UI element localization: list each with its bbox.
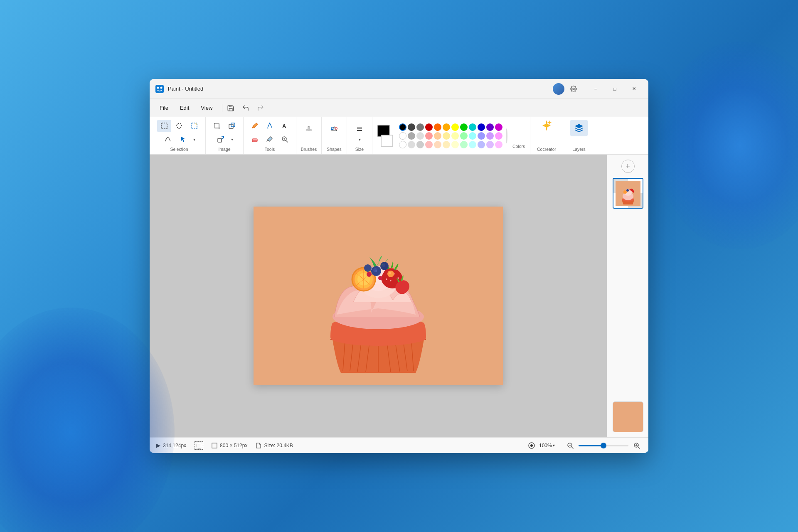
- swatch-gray[interactable]: [416, 123, 424, 131]
- minimize-button[interactable]: −: [586, 82, 605, 96]
- swatch-teal[interactable]: [469, 123, 476, 131]
- svg-point-1: [157, 86, 159, 89]
- main-window: Paint - Untitled − □ ✕ File Edit View: [150, 79, 648, 453]
- rectangle-select-button[interactable]: [157, 120, 171, 132]
- swatch-amber[interactable]: [443, 123, 450, 131]
- crop-button[interactable]: [210, 120, 224, 132]
- color-boxes: [377, 125, 393, 147]
- menu-view[interactable]: View: [196, 103, 217, 113]
- zoom-controls: 100% ▾: [527, 441, 642, 451]
- canvas-area[interactable]: [150, 155, 607, 437]
- swatch-darkgray[interactable]: [408, 123, 415, 131]
- menu-edit[interactable]: Edit: [175, 103, 194, 113]
- swatch-lightyellow[interactable]: [443, 132, 450, 140]
- zoom-in-button[interactable]: [632, 441, 642, 451]
- rotate-button[interactable]: [214, 133, 228, 145]
- swatch-lg2[interactable]: [408, 141, 415, 148]
- canvas-background-color[interactable]: [613, 401, 643, 432]
- swatch-blue[interactable]: [478, 123, 485, 131]
- pencil-button[interactable]: [248, 120, 262, 132]
- swatch-o3[interactable]: [434, 141, 441, 148]
- zoom-button[interactable]: [278, 133, 292, 145]
- swatch-lg3[interactable]: [416, 141, 424, 148]
- swatch-magenta[interactable]: [495, 123, 502, 131]
- selection-indicator: ⬚: [195, 441, 203, 450]
- swatch-green[interactable]: [460, 123, 468, 131]
- resize-button[interactable]: [225, 120, 239, 132]
- image-select-button[interactable]: [187, 120, 201, 132]
- swatch-silver[interactable]: [416, 132, 424, 140]
- svg-rect-4: [161, 123, 167, 129]
- swatch-b3[interactable]: [478, 141, 485, 148]
- swatch-yellow[interactable]: [451, 123, 459, 131]
- zoom-slider[interactable]: [579, 445, 628, 446]
- layer-preview-1: [613, 179, 643, 208]
- swatch-darkred[interactable]: [425, 123, 433, 131]
- image-group: ▾ Image: [206, 117, 244, 154]
- swatch-lightgreen[interactable]: [460, 132, 468, 140]
- brushes-label: Brushes: [301, 147, 317, 152]
- size-button[interactable]: [351, 120, 368, 138]
- swatch-lightcyan[interactable]: [469, 132, 476, 140]
- eraser-button[interactable]: [248, 133, 262, 145]
- background-color-box[interactable]: [381, 135, 393, 147]
- shapes-button[interactable]: [326, 120, 342, 138]
- close-button[interactable]: ✕: [624, 82, 643, 96]
- fill-button[interactable]: [263, 120, 277, 132]
- swatch-m3[interactable]: [495, 141, 502, 148]
- titlebar: Paint - Untitled − □ ✕: [150, 79, 648, 99]
- redo-button[interactable]: [254, 101, 267, 115]
- dimensions-text: 800 × 512px: [220, 443, 247, 448]
- tools-group: A Tools: [244, 117, 296, 154]
- shapes-label: Shapes: [327, 147, 342, 152]
- zoom-percent-display[interactable]: 100% ▾: [539, 443, 562, 448]
- swatch-white[interactable]: [399, 132, 406, 140]
- image-dropdown-button[interactable]: ▾: [229, 133, 235, 145]
- cocreator-button[interactable]: [541, 120, 552, 134]
- swatch-w3[interactable]: [399, 141, 406, 148]
- settings-button[interactable]: [568, 83, 579, 95]
- swatch-lightgray[interactable]: [408, 132, 415, 140]
- swatch-t3[interactable]: [469, 141, 476, 148]
- svg-rect-13: [308, 126, 310, 130]
- dimensions-icon: [212, 443, 217, 448]
- layers-toolbar-group: Layers: [563, 117, 595, 154]
- swatch-peach[interactable]: [434, 132, 441, 140]
- color-wheel-button[interactable]: [506, 128, 507, 143]
- selection-dropdown-button[interactable]: [176, 133, 190, 145]
- swatch-g3[interactable]: [460, 141, 468, 148]
- swatch-orange[interactable]: [434, 123, 441, 131]
- swatch-y3[interactable]: [443, 141, 450, 148]
- add-layer-button[interactable]: +: [621, 160, 635, 173]
- svg-point-49: [375, 270, 377, 272]
- swatch-black[interactable]: [399, 123, 406, 131]
- swatch-lightred[interactable]: [425, 132, 433, 140]
- swatch-pink[interactable]: [495, 132, 502, 140]
- swatch-v3[interactable]: [486, 141, 494, 148]
- swatch-lavender[interactable]: [486, 132, 494, 140]
- swatch-cream[interactable]: [451, 132, 459, 140]
- save-button[interactable]: [224, 101, 237, 115]
- zoom-out-button[interactable]: [565, 441, 575, 451]
- selection-more-button[interactable]: ▾: [191, 133, 197, 145]
- sketch-select-button[interactable]: [161, 133, 175, 145]
- text-button[interactable]: A: [278, 120, 292, 132]
- zoom-slider-fill: [579, 445, 603, 446]
- swatch-periwinkle[interactable]: [478, 132, 485, 140]
- free-select-button[interactable]: [172, 120, 186, 132]
- eyedropper-button[interactable]: [263, 133, 277, 145]
- canvas[interactable]: [254, 207, 503, 385]
- undo-button[interactable]: [239, 101, 252, 115]
- window-controls: − □ ✕: [586, 82, 643, 96]
- menubar: File Edit View: [150, 99, 648, 117]
- maximize-button[interactable]: □: [605, 82, 624, 96]
- swatch-c3[interactable]: [451, 141, 459, 148]
- brushes-button[interactable]: [300, 120, 317, 138]
- swatch-r3[interactable]: [425, 141, 433, 148]
- colors-label: Colors: [512, 144, 525, 149]
- menu-file[interactable]: File: [155, 103, 173, 113]
- layers-toolbar-button[interactable]: [570, 120, 588, 136]
- tools-label: Tools: [265, 147, 275, 152]
- swatch-violet[interactable]: [486, 123, 494, 131]
- layer-thumbnail-1[interactable]: [613, 178, 643, 209]
